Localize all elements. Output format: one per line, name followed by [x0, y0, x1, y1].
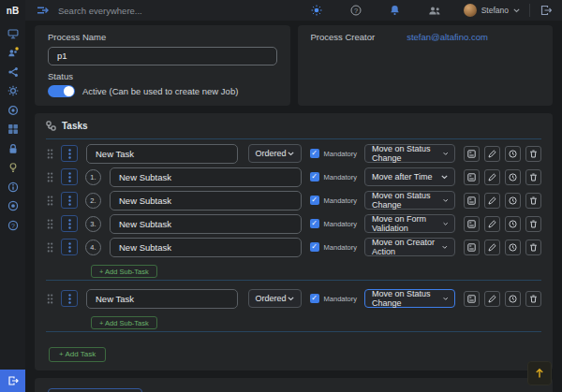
- lock-icon[interactable]: [7, 142, 19, 154]
- help-circle-icon[interactable]: ?: [7, 219, 19, 231]
- process-name-input[interactable]: [48, 47, 277, 65]
- chevron-down-icon: [442, 245, 448, 250]
- mandatory-checkbox[interactable]: ✓: [310, 196, 319, 205]
- form-icon: [467, 295, 476, 303]
- delete-button[interactable]: [525, 146, 541, 162]
- notifications-bell-button[interactable]: [376, 0, 415, 21]
- add-subtask-button[interactable]: + Add Sub-Task: [91, 316, 157, 329]
- target-icon[interactable]: [7, 104, 19, 116]
- drag-handle-icon[interactable]: [46, 294, 54, 304]
- bulb-icon[interactable]: [7, 162, 19, 174]
- drag-handle-icon[interactable]: [46, 172, 54, 182]
- edit-button[interactable]: [484, 169, 500, 185]
- edit-button[interactable]: [484, 216, 500, 232]
- task-name-input[interactable]: [86, 144, 238, 164]
- users-nav-button[interactable]: [415, 0, 454, 21]
- mandatory-checkbox[interactable]: ✓: [310, 149, 319, 158]
- help-button[interactable]: ?: [336, 0, 376, 21]
- subtask-move-select[interactable]: Move on Form Validation: [364, 214, 455, 233]
- mandatory-checkbox-wrap[interactable]: ✓ Mandatory: [310, 294, 357, 303]
- sidebar-toggle-icon[interactable]: [37, 6, 49, 15]
- add-subtask-button[interactable]: + Add Sub-Task: [91, 265, 157, 278]
- task-move-select[interactable]: Move on Status Change: [364, 289, 455, 308]
- subtask-menu-button[interactable]: [61, 192, 78, 209]
- drag-handle-icon[interactable]: [46, 219, 54, 229]
- clock-button[interactable]: [505, 216, 521, 232]
- form-button[interactable]: [464, 240, 480, 255]
- theme-toggle-button[interactable]: [297, 0, 336, 21]
- task-menu-button[interactable]: [61, 145, 78, 162]
- mandatory-label: Mandatory: [324, 243, 357, 252]
- clock-button[interactable]: [505, 291, 521, 307]
- clock-button[interactable]: [505, 193, 521, 209]
- form-button[interactable]: [464, 169, 480, 185]
- mandatory-checkbox-wrap[interactable]: ✓ Mandatory: [310, 172, 357, 181]
- form-button[interactable]: [464, 146, 480, 162]
- task-order-select[interactable]: Ordered: [248, 289, 302, 308]
- form-button[interactable]: [464, 216, 480, 232]
- task-move-select[interactable]: Move on Status Change: [364, 144, 455, 163]
- task-menu-button[interactable]: [61, 290, 78, 307]
- subtask-name-input[interactable]: [110, 214, 302, 234]
- sidebar-logout-button[interactable]: [0, 370, 25, 392]
- subtask-move-select[interactable]: Move after Time: [364, 167, 455, 186]
- user-menu[interactable]: Stefano: [454, 4, 529, 17]
- record-icon[interactable]: [7, 200, 19, 212]
- monitor-icon[interactable]: [7, 27, 19, 39]
- form-button[interactable]: [464, 193, 480, 209]
- drag-handle-icon[interactable]: [46, 196, 54, 206]
- subtask-name-input[interactable]: [110, 167, 302, 187]
- mandatory-checkbox[interactable]: ✓: [310, 242, 319, 252]
- info-icon[interactable]: [7, 181, 19, 193]
- subtask-menu-button[interactable]: [61, 239, 78, 255]
- save-changes-button[interactable]: Save Changes: [48, 388, 142, 392]
- share-nodes-icon[interactable]: [7, 65, 19, 78]
- kebab-menu-icon: [68, 242, 71, 253]
- form-button[interactable]: [464, 291, 480, 307]
- delete-button[interactable]: [525, 240, 541, 255]
- edit-button[interactable]: [484, 193, 500, 209]
- add-task-button[interactable]: + Add Task: [49, 347, 106, 362]
- drag-handle-icon[interactable]: [46, 149, 54, 159]
- gear-icon[interactable]: [7, 85, 19, 97]
- drag-handle-icon[interactable]: [46, 242, 54, 253]
- mandatory-checkbox-wrap[interactable]: ✓ Mandatory: [310, 219, 357, 228]
- subtask-name-input[interactable]: [110, 191, 302, 211]
- move-value: Move on Status Change: [372, 191, 443, 210]
- mandatory-checkbox-wrap[interactable]: ✓ Mandatory: [310, 149, 357, 158]
- users-icon[interactable]: [7, 47, 19, 59]
- edit-button[interactable]: [484, 291, 500, 307]
- move-value: Move on Status Change: [372, 144, 443, 163]
- delete-button[interactable]: [525, 216, 541, 232]
- mandatory-checkbox[interactable]: ✓: [310, 294, 319, 303]
- app-logo[interactable]: nB: [0, 0, 25, 21]
- svg-text:?: ?: [11, 222, 15, 229]
- clock-button[interactable]: [505, 146, 521, 162]
- mandatory-checkbox-wrap[interactable]: ✓ Mandatory: [310, 196, 357, 205]
- task-order-select[interactable]: Ordered: [248, 144, 302, 163]
- process-creator-email[interactable]: stefan@altafino.com: [407, 32, 488, 42]
- subtask-menu-button[interactable]: [61, 168, 78, 185]
- edit-button[interactable]: [484, 146, 500, 162]
- subtask-move-select[interactable]: Move on Creator Action: [364, 238, 455, 256]
- grid-icon[interactable]: [7, 123, 19, 136]
- task-name-input[interactable]: [86, 289, 238, 309]
- search-input[interactable]: [58, 6, 297, 16]
- logout-button[interactable]: [530, 0, 562, 21]
- delete-button[interactable]: [525, 291, 541, 307]
- subtask-move-select[interactable]: Move on Status Change: [364, 191, 455, 210]
- scroll-to-top-button[interactable]: [527, 361, 552, 385]
- edit-button[interactable]: [484, 240, 500, 255]
- form-icon: [467, 196, 476, 205]
- mandatory-checkbox[interactable]: ✓: [310, 172, 319, 181]
- delete-button[interactable]: [525, 193, 541, 209]
- status-toggle[interactable]: [48, 85, 75, 97]
- clock-button[interactable]: [505, 240, 521, 255]
- subtask-menu-button[interactable]: [61, 215, 78, 232]
- subtask-name-input[interactable]: [110, 238, 302, 257]
- mandatory-checkbox-wrap[interactable]: ✓ Mandatory: [310, 242, 357, 252]
- delete-button[interactable]: [525, 169, 541, 185]
- clock-button[interactable]: [505, 169, 521, 185]
- mandatory-checkbox[interactable]: ✓: [310, 219, 319, 228]
- status-description: Active (Can be used to create new Job): [82, 86, 238, 96]
